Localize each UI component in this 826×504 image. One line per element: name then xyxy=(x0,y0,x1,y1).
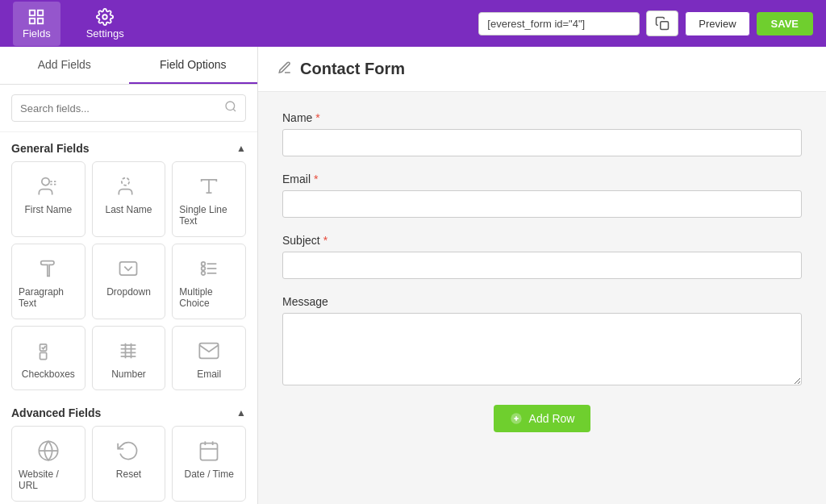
general-fields-grid: First Name Last Name Single Line Text xyxy=(11,161,246,390)
field-datetime-label: Date / Time xyxy=(184,469,233,480)
field-multiple-choice-label: Multiple Choice xyxy=(179,286,239,309)
name-label: Name * xyxy=(282,111,802,124)
email-required-marker: * xyxy=(314,173,318,185)
form-field-subject: Subject * xyxy=(282,234,802,279)
field-first-name[interactable]: First Name xyxy=(11,161,86,237)
field-dropdown-label: Dropdown xyxy=(106,286,151,298)
subject-required-marker: * xyxy=(323,234,327,247)
message-label: Message xyxy=(282,295,802,308)
general-fields-title: General Fields xyxy=(11,142,89,155)
svg-point-17 xyxy=(202,272,206,276)
form-field-message: Message xyxy=(282,295,802,389)
field-reset[interactable]: Reset xyxy=(92,426,166,502)
field-website[interactable]: Website / URL xyxy=(11,426,86,502)
search-wrap xyxy=(11,94,246,122)
copy-shortcode-button[interactable] xyxy=(646,10,678,36)
field-reset-label: Reset xyxy=(116,469,141,480)
field-checkboxes-label: Checkboxes xyxy=(22,369,75,380)
nav-fields[interactable]: Fields xyxy=(13,2,60,46)
tab-field-options[interactable]: Field Options xyxy=(129,47,258,84)
field-last-name[interactable]: Last Name xyxy=(92,161,166,237)
nav-settings[interactable]: Settings xyxy=(77,2,134,46)
form-field-name: Name * xyxy=(282,111,802,156)
left-panel: Add Fields Field Options General Fields … xyxy=(0,47,258,504)
plus-icon xyxy=(510,412,523,425)
name-required-marker: * xyxy=(315,111,319,124)
add-row-button[interactable]: Add Row xyxy=(494,405,591,432)
advanced-chevron-icon: ▲ xyxy=(236,407,246,419)
field-email[interactable]: Email xyxy=(172,326,246,390)
preview-button[interactable]: Preview xyxy=(685,11,749,36)
advanced-fields-grid: Website / URL Reset xyxy=(11,426,246,502)
subject-input[interactable] xyxy=(282,252,802,279)
nav-settings-label: Settings xyxy=(86,27,124,40)
field-number-label: Number xyxy=(111,369,146,380)
toolbar: Fields Settings [everest_form id="4"] Pr… xyxy=(0,0,826,47)
field-dropdown[interactable]: Dropdown xyxy=(92,244,166,319)
svg-point-11 xyxy=(122,178,129,185)
svg-rect-1 xyxy=(38,10,43,15)
field-datetime[interactable]: Date / Time xyxy=(172,426,246,502)
svg-point-6 xyxy=(226,102,235,110)
general-chevron-icon: ▲ xyxy=(236,143,246,154)
field-single-line-label: Single Line Text xyxy=(179,204,239,227)
svg-rect-2 xyxy=(30,18,35,23)
svg-point-8 xyxy=(42,178,49,185)
subject-label: Subject * xyxy=(282,234,802,247)
field-paragraph[interactable]: Paragraph Text xyxy=(11,244,86,319)
field-email-label: Email xyxy=(197,369,221,380)
main-content: Add Fields Field Options General Fields … xyxy=(0,47,826,504)
form-field-email: Email * xyxy=(282,173,802,218)
add-row-wrap: Add Row xyxy=(282,405,802,448)
field-checkboxes[interactable]: Checkboxes xyxy=(11,326,86,390)
svg-rect-0 xyxy=(30,10,35,15)
form-title: Contact Form xyxy=(300,60,405,78)
fields-container: General Fields ▲ First Name xyxy=(0,132,257,504)
svg-rect-20 xyxy=(40,352,46,359)
shortcode-display: [everest_form id="4"] xyxy=(478,12,640,35)
tab-bar: Add Fields Field Options xyxy=(0,47,257,85)
svg-point-4 xyxy=(102,15,107,19)
name-input[interactable] xyxy=(282,129,802,156)
field-last-name-label: Last Name xyxy=(105,204,152,215)
advanced-fields-header: Advanced Fields ▲ xyxy=(11,397,246,426)
svg-point-15 xyxy=(202,267,206,271)
field-first-name-label: First Name xyxy=(24,204,72,215)
svg-rect-12 xyxy=(120,262,137,275)
search-icon xyxy=(224,100,237,116)
search-box xyxy=(0,85,257,132)
svg-rect-29 xyxy=(201,444,218,460)
save-button[interactable]: SAVE xyxy=(757,12,813,35)
svg-line-7 xyxy=(233,109,236,111)
field-number[interactable]: Number xyxy=(92,326,166,390)
tab-add-fields[interactable]: Add Fields xyxy=(0,47,129,84)
pencil-icon xyxy=(277,60,292,78)
search-input[interactable] xyxy=(20,102,224,115)
field-multiple-choice[interactable]: Multiple Choice xyxy=(172,244,246,319)
toolbar-actions: [everest_form id="4"] Preview SAVE xyxy=(478,10,813,36)
nav-fields-label: Fields xyxy=(23,27,51,40)
field-website-label: Website / URL xyxy=(19,469,78,491)
svg-rect-5 xyxy=(661,22,669,30)
svg-rect-3 xyxy=(38,18,43,23)
message-textarea[interactable] xyxy=(282,313,802,385)
form-content: Name * Email * Subject * xyxy=(258,92,826,468)
svg-point-13 xyxy=(202,262,206,266)
advanced-fields-title: Advanced Fields xyxy=(11,406,101,419)
general-fields-header: General Fields ▲ xyxy=(11,132,246,161)
email-input[interactable] xyxy=(282,190,802,218)
right-panel: Contact Form Name * Email * xyxy=(258,47,826,504)
toolbar-nav: Fields Settings xyxy=(13,2,134,46)
field-paragraph-label: Paragraph Text xyxy=(19,286,78,309)
email-label: Email * xyxy=(282,173,802,185)
field-single-line[interactable]: Single Line Text xyxy=(172,161,246,237)
form-header: Contact Form xyxy=(258,47,826,92)
